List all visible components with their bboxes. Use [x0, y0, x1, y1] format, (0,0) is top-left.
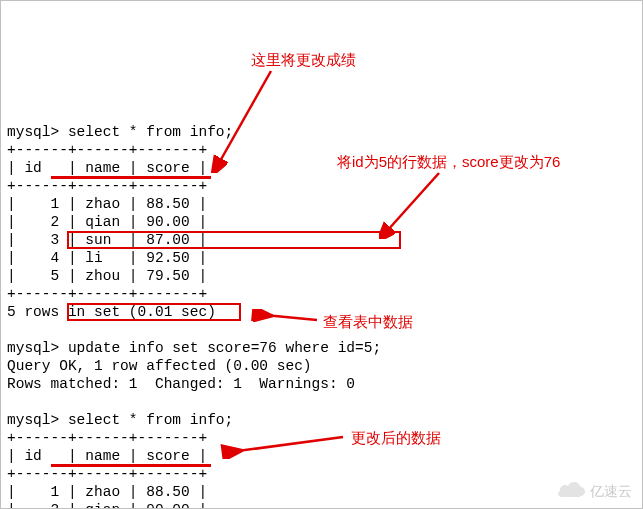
table-header: | id | name | score |	[7, 448, 207, 464]
sql-update: update info set score=76 where id=5;	[68, 340, 381, 356]
table-border: +------+------+-------+	[7, 430, 207, 446]
table-row: | 2 | qian | 90.00 |	[7, 214, 207, 230]
table-border: +------+------+-------+	[7, 286, 207, 302]
update-result: Rows matched: 1 Changed: 1 Warnings: 0	[7, 376, 355, 392]
mysql-prompt: mysql>	[7, 124, 59, 140]
table-row: | 5 | zhou | 79.50 |	[7, 268, 207, 284]
annotation-text-1: 这里将更改成绩	[251, 51, 356, 69]
sql-select-1: select * from info;	[68, 124, 233, 140]
table-header: | id | name | score |	[7, 160, 207, 176]
table-row: | 2 | qian | 90.00 |	[7, 502, 207, 509]
table-border: +------+------+-------+	[7, 142, 207, 158]
table-row: | 1 | zhao | 88.50 |	[7, 484, 207, 500]
annotation-text-3: 查看表中数据	[323, 313, 413, 331]
table-row: | 3 | sun | 87.00 |	[7, 232, 207, 248]
mysql-prompt: mysql>	[7, 412, 59, 428]
mysql-prompt: mysql>	[7, 340, 59, 356]
table-row: | 1 | zhao | 88.50 |	[7, 196, 207, 212]
annotation-text-2: 将id为5的行数据，score更改为76	[337, 153, 560, 171]
annotation-text-4: 更改后的数据	[351, 429, 441, 447]
result-summary: 5 rows in set (0.01 sec)	[7, 304, 216, 320]
table-row: | 4 | li | 92.50 |	[7, 250, 207, 266]
table-border: +------+------+-------+	[7, 466, 207, 482]
watermark: 亿速云	[558, 482, 632, 500]
sql-select-2: select * from info;	[68, 412, 233, 428]
watermark-text: 亿速云	[590, 482, 632, 500]
table-border: +------+------+-------+	[7, 178, 207, 194]
cloud-icon	[558, 482, 586, 500]
update-result: Query OK, 1 row affected (0.00 sec)	[7, 358, 312, 374]
